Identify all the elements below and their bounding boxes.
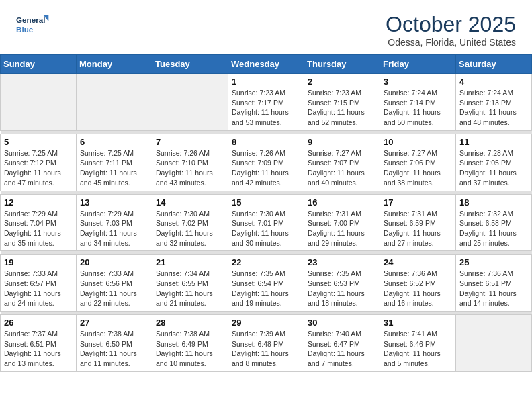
day-cell-19: 19Sunrise: 7:33 AM Sunset: 6:57 PM Dayli…: [1, 255, 77, 312]
day-cell-3: 3Sunrise: 7:24 AM Sunset: 7:14 PM Daylig…: [380, 74, 456, 131]
day-number: 15: [232, 197, 300, 208]
day-cell-29: 29Sunrise: 7:39 AM Sunset: 6:48 PM Dayli…: [228, 315, 304, 372]
day-number: 9: [308, 137, 376, 147]
weekday-header-friday: Friday: [380, 55, 456, 74]
day-info: Sunrise: 7:23 AM Sunset: 7:15 PM Dayligh…: [308, 88, 376, 128]
day-number: 24: [384, 257, 452, 267]
week-row-4: 19Sunrise: 7:33 AM Sunset: 6:57 PM Dayli…: [1, 255, 532, 312]
day-cell-18: 18Sunrise: 7:32 AM Sunset: 6:58 PM Dayli…: [456, 194, 532, 251]
week-row-1: 1Sunrise: 7:23 AM Sunset: 7:17 PM Daylig…: [1, 74, 532, 131]
day-number: 26: [4, 318, 73, 328]
day-number: 3: [384, 77, 452, 87]
day-info: Sunrise: 7:27 AM Sunset: 7:07 PM Dayligh…: [308, 148, 376, 188]
day-cell-6: 6Sunrise: 7:25 AM Sunset: 7:11 PM Daylig…: [77, 134, 152, 191]
logo: General Blue: [16, 12, 50, 38]
day-number: 6: [80, 137, 148, 147]
day-number: 20: [80, 257, 148, 267]
day-info: Sunrise: 7:39 AM Sunset: 6:48 PM Dayligh…: [232, 329, 300, 369]
day-number: 30: [308, 318, 376, 328]
day-cell-23: 23Sunrise: 7:35 AM Sunset: 6:53 PM Dayli…: [304, 255, 380, 312]
day-info: Sunrise: 7:36 AM Sunset: 6:52 PM Dayligh…: [384, 269, 452, 308]
day-number: 2: [308, 77, 376, 87]
day-cell-12: 12Sunrise: 7:29 AM Sunset: 7:04 PM Dayli…: [1, 194, 77, 251]
day-cell-13: 13Sunrise: 7:29 AM Sunset: 7:03 PM Dayli…: [77, 194, 152, 251]
day-number: 22: [232, 257, 300, 267]
day-info: Sunrise: 7:24 AM Sunset: 7:13 PM Dayligh…: [459, 88, 528, 128]
calendar: SundayMondayTuesdayWednesdayThursdayFrid…: [0, 54, 532, 372]
day-info: Sunrise: 7:34 AM Sunset: 6:55 PM Dayligh…: [156, 269, 224, 308]
day-number: 16: [308, 197, 376, 208]
day-number: 21: [156, 257, 224, 267]
day-number: 23: [308, 257, 376, 267]
week-row-5: 26Sunrise: 7:37 AM Sunset: 6:51 PM Dayli…: [1, 315, 532, 372]
day-cell-17: 17Sunrise: 7:31 AM Sunset: 6:59 PM Dayli…: [380, 194, 456, 251]
location: Odessa, Florida, United States: [386, 37, 516, 48]
day-info: Sunrise: 7:31 AM Sunset: 7:00 PM Dayligh…: [308, 209, 376, 248]
day-number: 13: [80, 197, 148, 208]
day-info: Sunrise: 7:33 AM Sunset: 6:56 PM Dayligh…: [80, 269, 148, 308]
day-info: Sunrise: 7:38 AM Sunset: 6:49 PM Dayligh…: [156, 329, 224, 369]
day-info: Sunrise: 7:24 AM Sunset: 7:14 PM Dayligh…: [384, 88, 452, 128]
header: General Blue October 2025 Odessa, Florid…: [0, 0, 532, 54]
day-number: 12: [4, 197, 73, 208]
day-info: Sunrise: 7:23 AM Sunset: 7:17 PM Dayligh…: [232, 88, 300, 128]
day-info: Sunrise: 7:29 AM Sunset: 7:04 PM Dayligh…: [4, 209, 73, 248]
weekday-header-tuesday: Tuesday: [152, 55, 228, 74]
logo-svg: General Blue: [16, 12, 50, 38]
day-cell-1: 1Sunrise: 7:23 AM Sunset: 7:17 PM Daylig…: [228, 74, 304, 131]
day-cell-15: 15Sunrise: 7:30 AM Sunset: 7:01 PM Dayli…: [228, 194, 304, 251]
day-number: 27: [80, 318, 148, 328]
day-number: 14: [156, 197, 224, 208]
svg-text:Blue: Blue: [16, 25, 34, 34]
day-info: Sunrise: 7:35 AM Sunset: 6:54 PM Dayligh…: [232, 269, 300, 308]
day-number: 17: [384, 197, 452, 208]
day-cell-14: 14Sunrise: 7:30 AM Sunset: 7:02 PM Dayli…: [152, 194, 228, 251]
day-info: Sunrise: 7:25 AM Sunset: 7:12 PM Dayligh…: [4, 148, 73, 188]
day-info: Sunrise: 7:25 AM Sunset: 7:11 PM Dayligh…: [80, 148, 148, 188]
day-cell-27: 27Sunrise: 7:38 AM Sunset: 6:50 PM Dayli…: [77, 315, 152, 372]
day-cell-16: 16Sunrise: 7:31 AM Sunset: 7:00 PM Dayli…: [304, 194, 380, 251]
day-cell-24: 24Sunrise: 7:36 AM Sunset: 6:52 PM Dayli…: [380, 255, 456, 312]
day-number: 5: [4, 137, 73, 147]
day-number: 29: [232, 318, 300, 328]
day-info: Sunrise: 7:30 AM Sunset: 7:02 PM Dayligh…: [156, 209, 224, 248]
empty-cell: [1, 74, 77, 131]
day-info: Sunrise: 7:38 AM Sunset: 6:50 PM Dayligh…: [80, 329, 148, 369]
svg-text:General: General: [16, 16, 45, 25]
day-info: Sunrise: 7:41 AM Sunset: 6:46 PM Dayligh…: [384, 329, 452, 369]
day-number: 19: [4, 257, 73, 267]
day-number: 7: [156, 137, 224, 147]
day-info: Sunrise: 7:31 AM Sunset: 6:59 PM Dayligh…: [384, 209, 452, 248]
day-number: 25: [459, 257, 528, 267]
day-cell-2: 2Sunrise: 7:23 AM Sunset: 7:15 PM Daylig…: [304, 74, 380, 131]
day-info: Sunrise: 7:30 AM Sunset: 7:01 PM Dayligh…: [232, 209, 300, 248]
day-cell-22: 22Sunrise: 7:35 AM Sunset: 6:54 PM Dayli…: [228, 255, 304, 312]
empty-cell: [77, 74, 152, 131]
weekday-header-row: SundayMondayTuesdayWednesdayThursdayFrid…: [1, 55, 532, 74]
day-info: Sunrise: 7:35 AM Sunset: 6:53 PM Dayligh…: [308, 269, 376, 308]
weekday-header-monday: Monday: [77, 55, 152, 74]
day-cell-7: 7Sunrise: 7:26 AM Sunset: 7:10 PM Daylig…: [152, 134, 228, 191]
day-info: Sunrise: 7:28 AM Sunset: 7:05 PM Dayligh…: [459, 148, 528, 188]
day-info: Sunrise: 7:32 AM Sunset: 6:58 PM Dayligh…: [459, 209, 528, 248]
day-info: Sunrise: 7:33 AM Sunset: 6:57 PM Dayligh…: [4, 269, 73, 308]
day-number: 31: [384, 318, 452, 328]
day-number: 18: [459, 197, 528, 208]
day-number: 10: [384, 137, 452, 147]
month-title: October 2025: [386, 12, 516, 37]
day-number: 11: [459, 137, 528, 147]
day-number: 1: [232, 77, 300, 87]
day-cell-9: 9Sunrise: 7:27 AM Sunset: 7:07 PM Daylig…: [304, 134, 380, 191]
day-cell-30: 30Sunrise: 7:40 AM Sunset: 6:47 PM Dayli…: [304, 315, 380, 372]
day-number: 4: [459, 77, 528, 87]
day-info: Sunrise: 7:26 AM Sunset: 7:10 PM Dayligh…: [156, 148, 224, 188]
day-cell-11: 11Sunrise: 7:28 AM Sunset: 7:05 PM Dayli…: [456, 134, 532, 191]
weekday-header-thursday: Thursday: [304, 55, 380, 74]
day-cell-10: 10Sunrise: 7:27 AM Sunset: 7:06 PM Dayli…: [380, 134, 456, 191]
day-info: Sunrise: 7:37 AM Sunset: 6:51 PM Dayligh…: [4, 329, 73, 369]
day-cell-28: 28Sunrise: 7:38 AM Sunset: 6:49 PM Dayli…: [152, 315, 228, 372]
week-row-3: 12Sunrise: 7:29 AM Sunset: 7:04 PM Dayli…: [1, 194, 532, 251]
title-block: October 2025 Odessa, Florida, United Sta…: [386, 12, 516, 48]
empty-cell: [152, 74, 228, 131]
day-number: 28: [156, 318, 224, 328]
